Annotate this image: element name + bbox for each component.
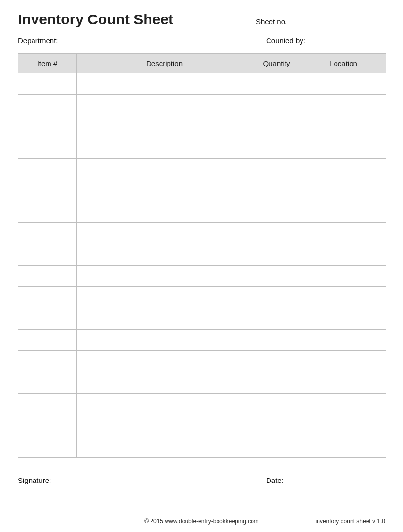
cell-description	[77, 372, 252, 394]
cell-location	[301, 159, 386, 180]
table-header-row: Item # Description Quantity Location	[18, 54, 386, 73]
department-label: Department:	[18, 36, 266, 45]
table-row	[18, 372, 386, 394]
table-row	[18, 330, 386, 351]
cell-item	[18, 201, 77, 223]
cell-item	[18, 330, 77, 351]
cell-quantity	[252, 415, 301, 436]
cell-item	[18, 308, 77, 330]
cell-description	[77, 223, 252, 244]
cell-description	[77, 415, 252, 436]
table-row	[18, 308, 386, 330]
cell-item	[18, 95, 77, 116]
signature-row: Signature: Date:	[18, 476, 385, 484]
cell-location	[301, 436, 386, 458]
cell-location	[301, 330, 386, 351]
table-row	[18, 159, 386, 180]
cell-quantity	[252, 372, 301, 394]
cell-quantity	[252, 73, 301, 95]
cell-location	[301, 415, 386, 436]
cell-quantity	[252, 308, 301, 330]
cell-location	[301, 223, 386, 244]
cell-item	[18, 436, 77, 458]
table-row	[18, 394, 386, 415]
meta-row: Department: Counted by:	[18, 36, 385, 45]
cell-location	[301, 287, 386, 308]
cell-description	[77, 394, 252, 415]
cell-item	[18, 394, 77, 415]
cell-description	[77, 436, 252, 458]
table-row	[18, 223, 386, 244]
table-row	[18, 436, 386, 458]
cell-quantity	[252, 223, 301, 244]
footer-version: inventory count sheet v 1.0	[316, 518, 385, 525]
counted-by-label: Counted by:	[266, 36, 305, 45]
table-row	[18, 180, 386, 201]
cell-description	[77, 330, 252, 351]
table-row	[18, 266, 386, 287]
cell-location	[301, 137, 386, 159]
inventory-table: Item # Description Quantity Location	[18, 53, 386, 458]
page: Inventory Count Sheet Sheet no. Departme…	[0, 0, 403, 484]
table-row	[18, 415, 386, 436]
cell-description	[77, 159, 252, 180]
cell-item	[18, 266, 77, 287]
table-row	[18, 137, 386, 159]
signature-label: Signature:	[18, 476, 266, 484]
cell-quantity	[252, 244, 301, 266]
cell-location	[301, 180, 386, 201]
table-row	[18, 73, 386, 95]
cell-description	[77, 308, 252, 330]
cell-quantity	[252, 394, 301, 415]
cell-description	[77, 95, 252, 116]
cell-quantity	[252, 287, 301, 308]
cell-description	[77, 116, 252, 137]
cell-location	[301, 266, 386, 287]
col-header-location: Location	[301, 54, 386, 73]
cell-description	[77, 244, 252, 266]
cell-location	[301, 244, 386, 266]
table-row	[18, 95, 386, 116]
cell-quantity	[252, 266, 301, 287]
cell-location	[301, 308, 386, 330]
table-row	[18, 351, 386, 372]
cell-quantity	[252, 436, 301, 458]
date-label: Date:	[266, 476, 284, 484]
cell-description	[77, 137, 252, 159]
cell-item	[18, 180, 77, 201]
table-row	[18, 201, 386, 223]
cell-item	[18, 415, 77, 436]
table-row	[18, 244, 386, 266]
cell-item	[18, 137, 77, 159]
cell-location	[301, 116, 386, 137]
cell-description	[77, 287, 252, 308]
cell-quantity	[252, 180, 301, 201]
cell-item	[18, 287, 77, 308]
cell-description	[77, 266, 252, 287]
cell-item	[18, 372, 77, 394]
cell-location	[301, 201, 386, 223]
col-header-quantity: Quantity	[252, 54, 301, 73]
cell-location	[301, 95, 386, 116]
table-row	[18, 116, 386, 137]
cell-quantity	[252, 159, 301, 180]
sheet-no-label: Sheet no.	[256, 17, 287, 26]
cell-location	[301, 73, 386, 95]
cell-description	[77, 201, 252, 223]
cell-location	[301, 351, 386, 372]
cell-quantity	[252, 201, 301, 223]
cell-quantity	[252, 116, 301, 137]
header-row: Inventory Count Sheet Sheet no.	[18, 11, 385, 28]
cell-location	[301, 372, 386, 394]
cell-item	[18, 159, 77, 180]
cell-item	[18, 73, 77, 95]
cell-item	[18, 351, 77, 372]
cell-quantity	[252, 137, 301, 159]
cell-quantity	[252, 330, 301, 351]
cell-quantity	[252, 95, 301, 116]
cell-item	[18, 223, 77, 244]
col-header-description: Description	[77, 54, 252, 73]
cell-description	[77, 180, 252, 201]
table-row	[18, 287, 386, 308]
cell-item	[18, 116, 77, 137]
